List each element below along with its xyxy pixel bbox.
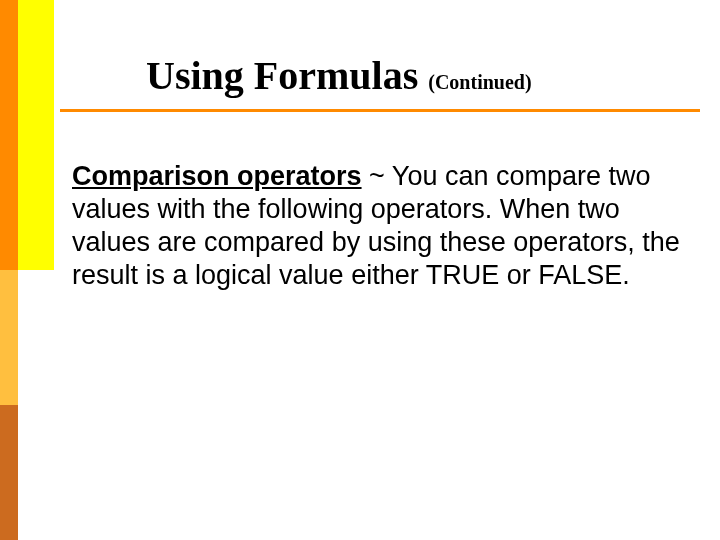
title-main: Using Formulas [146,53,418,98]
title-continued: (Continued) [428,71,531,93]
side-stripe [0,0,54,540]
slide-body: Comparison operators ~ You can compare t… [72,160,688,292]
slide-title: Using Formulas (Continued) [60,52,700,112]
stripe-segment [0,0,18,135]
stripe-segment [0,270,18,405]
stripe-segment [0,405,18,540]
stripe-segment [0,135,18,270]
body-separator: ~ [362,161,392,191]
body-term: Comparison operators [72,161,362,191]
stripe-segment [18,0,54,270]
